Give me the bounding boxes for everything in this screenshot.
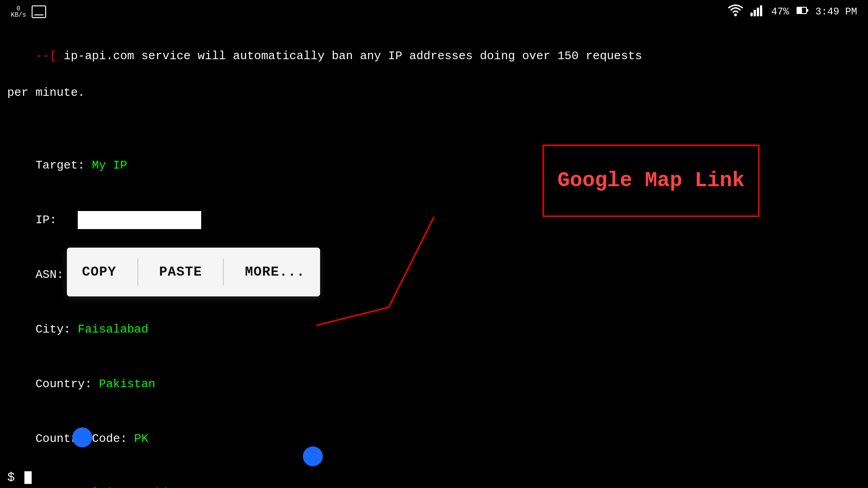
battery-icon — [797, 6, 808, 18]
target-label: Target: — [35, 159, 92, 172]
selection-handle-left[interactable] — [72, 427, 92, 447]
country-code-line: Country Code: PK — [7, 411, 861, 466]
isp-line: ISP: Multinet Pakistan Pvt. — [7, 466, 861, 488]
menu-divider-1 — [137, 258, 138, 286]
signal-icon — [750, 5, 764, 19]
status-bar: 0 KB/s 47% — [0, 0, 868, 23]
country-value: Pakistan — [99, 377, 156, 391]
menu-divider-2 — [223, 258, 224, 286]
svg-rect-1 — [750, 13, 753, 16]
kb-counter: 0 KB/s — [11, 5, 26, 18]
banner-prefix: --[ — [35, 49, 57, 63]
paste-button[interactable]: PASTE — [150, 261, 211, 283]
terminal-prompt: $ — [7, 470, 32, 484]
context-menu[interactable]: COPY PASTE MORE... — [67, 248, 320, 296]
copy-button[interactable]: COPY — [73, 261, 125, 283]
ip-value — [78, 211, 201, 229]
time-display: 3:49 PM — [816, 6, 857, 18]
svg-point-0 — [734, 14, 737, 16]
banner-line2: per minute. — [7, 84, 861, 102]
svg-rect-7 — [807, 9, 808, 12]
country-line: Country: Pakistan — [7, 357, 861, 411]
more-button[interactable]: MORE... — [236, 261, 314, 283]
target-value: My IP — [92, 159, 127, 172]
country-code-value: PK — [134, 432, 148, 446]
banner-line: --[ ip-api.com service will automaticall… — [7, 29, 861, 84]
svg-rect-3 — [757, 8, 759, 16]
isp-label: ISP: — [35, 486, 78, 488]
city-label: City: — [35, 323, 78, 336]
banner-text: ip-api.com service will automatically ba… — [57, 49, 642, 63]
isp-value: Multinet Pakistan Pvt. — [78, 486, 233, 488]
svg-rect-4 — [760, 5, 762, 16]
svg-rect-6 — [797, 8, 802, 13]
city-value: Faisalabad — [78, 323, 148, 336]
selection-handle-right[interactable] — [303, 446, 323, 466]
svg-rect-2 — [754, 10, 756, 16]
country-label: Country: — [35, 377, 99, 391]
wifi-icon — [728, 5, 743, 19]
google-map-link-box[interactable]: Google Map Link — [542, 145, 760, 217]
ip-label: IP: — [35, 213, 78, 227]
status-right: 47% 3:49 PM — [728, 5, 857, 19]
battery-percent: 47% — [771, 6, 789, 18]
city-line: City: Faisalabad — [7, 302, 861, 357]
cursor — [24, 471, 32, 484]
status-left: 0 KB/s — [11, 5, 46, 18]
gallery-icon — [32, 5, 46, 18]
google-map-link-text: Google Map Link — [557, 169, 745, 192]
